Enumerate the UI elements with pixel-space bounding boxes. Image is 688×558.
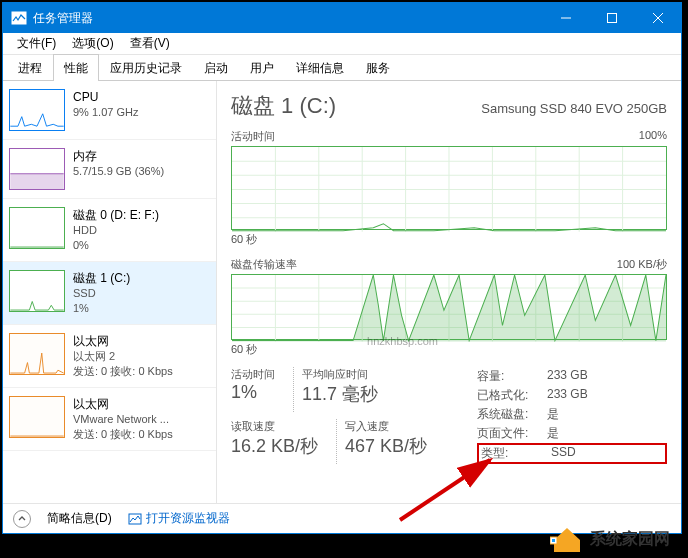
menu-options[interactable]: 选项(O)	[64, 33, 121, 54]
memory-thumb	[9, 148, 65, 190]
cpu-sub: 9% 1.07 GHz	[73, 105, 210, 120]
disk1-sub2: 1%	[73, 301, 210, 316]
prop-type-highlight: 类型:SSD	[477, 443, 667, 464]
svg-rect-5	[10, 174, 63, 189]
net2-title: 以太网	[73, 396, 210, 412]
disk0-sub2: 0%	[73, 238, 210, 253]
tab-startup[interactable]: 启动	[193, 54, 239, 81]
app-icon	[11, 10, 27, 26]
graph1-label: 活动时间	[231, 129, 275, 144]
menu-view[interactable]: 查看(V)	[122, 33, 178, 54]
menubar: 文件(F) 选项(O) 查看(V)	[3, 33, 681, 55]
sidebar-item-disk0[interactable]: 磁盘 0 (D: E: F:) HDD 0%	[3, 199, 216, 262]
net2-thumb	[9, 396, 65, 438]
prop-type-v: SSD	[551, 445, 663, 462]
watermark-text: 系统家园网	[590, 529, 670, 550]
task-manager-window: 任务管理器 文件(F) 选项(O) 查看(V) 进程 性能 应用历史记录 启动 …	[2, 2, 682, 534]
tab-details[interactable]: 详细信息	[285, 54, 355, 81]
stat-avg-resp-value: 11.7 毫秒	[302, 382, 378, 406]
tab-apphistory[interactable]: 应用历史记录	[99, 54, 193, 81]
tab-performance[interactable]: 性能	[53, 54, 99, 81]
stat-read-label: 读取速度	[231, 419, 318, 434]
net1-thumb	[9, 333, 65, 375]
svg-rect-39	[552, 539, 555, 542]
net1-title: 以太网	[73, 333, 210, 349]
memory-title: 内存	[73, 148, 210, 164]
graph2-xaxis: 60 秒	[231, 342, 667, 357]
fewer-details-toggle[interactable]	[13, 510, 31, 528]
cpu-thumb	[9, 89, 65, 131]
disk0-title: 磁盘 0 (D: E: F:)	[73, 207, 210, 223]
net2-sub1: VMware Network ...	[73, 412, 210, 427]
prop-sysdisk-v: 是	[547, 406, 667, 423]
stat-avg-resp-label: 平均响应时间	[302, 367, 378, 382]
content-area: CPU 9% 1.07 GHz 内存 5.7/15.9 GB (36%)	[3, 81, 681, 503]
sidebar-item-cpu[interactable]: CPU 9% 1.07 GHz	[3, 81, 216, 140]
tab-processes[interactable]: 进程	[7, 54, 53, 81]
prop-capacity-v: 233 GB	[547, 368, 667, 385]
disk1-thumb	[9, 270, 65, 312]
titlebar: 任务管理器	[3, 3, 681, 33]
disk0-thumb	[9, 207, 65, 249]
sidebar-item-disk1[interactable]: 磁盘 1 (C:) SSD 1%	[3, 262, 216, 325]
prop-formatted-k: 已格式化:	[477, 387, 547, 404]
disk0-sub1: HDD	[73, 223, 210, 238]
net1-sub2: 发送: 0 接收: 0 Kbps	[73, 364, 210, 379]
detail-model: Samsung SSD 840 EVO 250GB	[481, 101, 667, 116]
disk1-title: 磁盘 1 (C:)	[73, 270, 210, 286]
detail-pane: 磁盘 1 (C:) Samsung SSD 840 EVO 250GB 活动时间…	[217, 81, 681, 503]
graph2-label: 磁盘传输速率	[231, 257, 297, 272]
stat-write-label: 写入速度	[345, 419, 427, 434]
stat-read-value: 16.2 KB/秒	[231, 434, 318, 458]
net2-sub2: 发送: 0 接收: 0 Kbps	[73, 427, 210, 442]
prop-formatted-v: 233 GB	[547, 387, 667, 404]
tab-users[interactable]: 用户	[239, 54, 285, 81]
disk1-sub1: SSD	[73, 286, 210, 301]
memory-sub: 5.7/15.9 GB (36%)	[73, 164, 210, 179]
stat-active-time-label: 活动时间	[231, 367, 275, 382]
menu-file[interactable]: 文件(F)	[9, 33, 64, 54]
svg-rect-2	[608, 14, 617, 23]
performance-sidebar: CPU 9% 1.07 GHz 内存 5.7/15.9 GB (36%)	[3, 81, 217, 503]
prop-pagefile-k: 页面文件:	[477, 425, 547, 442]
transfer-rate-graph	[231, 274, 667, 340]
sidebar-item-memory[interactable]: 内存 5.7/15.9 GB (36%)	[3, 140, 216, 199]
graph1-max: 100%	[639, 129, 667, 144]
sidebar-item-net1[interactable]: 以太网 以太网 2 发送: 0 接收: 0 Kbps	[3, 325, 216, 388]
tab-services[interactable]: 服务	[355, 54, 401, 81]
graph2-max: 100 KB/秒	[617, 257, 667, 272]
stats-grid: 活动时间 1% 平均响应时间 11.7 毫秒 读取速度 16.2 KB/秒 写入…	[231, 367, 667, 464]
open-resmon-text: 打开资源监视器	[146, 510, 230, 527]
tab-strip: 进程 性能 应用历史记录 启动 用户 详细信息 服务	[3, 55, 681, 81]
prop-pagefile-v: 是	[547, 425, 667, 442]
prop-capacity-k: 容量:	[477, 368, 547, 385]
open-resmon-link[interactable]: 打开资源监视器	[128, 510, 230, 527]
watermark-logo-icon	[550, 524, 584, 554]
net1-sub1: 以太网 2	[73, 349, 210, 364]
watermark: 系统家园网	[550, 524, 670, 554]
sidebar-item-net2[interactable]: 以太网 VMware Network ... 发送: 0 接收: 0 Kbps	[3, 388, 216, 451]
prop-sysdisk-k: 系统磁盘:	[477, 406, 547, 423]
cpu-title: CPU	[73, 89, 210, 105]
svg-rect-36	[129, 514, 141, 524]
graph1-xaxis: 60 秒	[231, 232, 667, 247]
detail-title: 磁盘 1 (C:)	[231, 91, 336, 121]
minimize-button[interactable]	[543, 3, 589, 33]
maximize-button[interactable]	[589, 3, 635, 33]
fewer-details-label[interactable]: 简略信息(D)	[47, 510, 112, 527]
window-title: 任务管理器	[33, 10, 93, 27]
stat-active-time-value: 1%	[231, 382, 275, 403]
prop-type-k: 类型:	[481, 445, 551, 462]
stat-write-value: 467 KB/秒	[345, 434, 427, 458]
close-button[interactable]	[635, 3, 681, 33]
active-time-graph	[231, 146, 667, 230]
